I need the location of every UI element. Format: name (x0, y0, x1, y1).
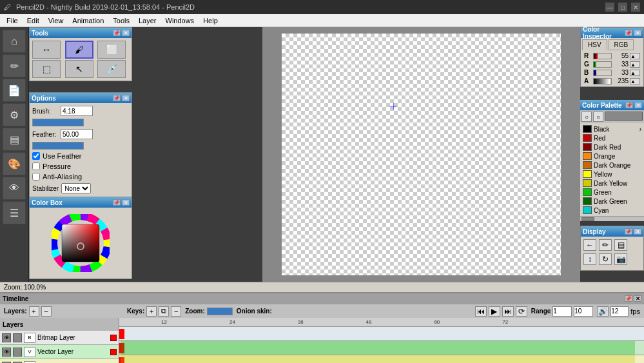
layer-eye-vector[interactable]: 👁 (2, 348, 11, 357)
display-rotate-btn[interactable]: ↻ (599, 253, 612, 265)
track-row-bitmap[interactable] (119, 327, 644, 341)
menu-item-windows[interactable]: Windows (162, 15, 199, 26)
restore-button[interactable]: □ (618, 3, 627, 12)
track-row-vector[interactable] (119, 341, 644, 355)
brush-input[interactable] (61, 106, 93, 116)
tl-add-layer-btn[interactable]: + (29, 306, 39, 317)
options-pin-btn[interactable]: 📌 (113, 95, 121, 101)
menu-item-tools[interactable]: Tools (109, 15, 133, 26)
layer-row-vector[interactable]: 👁 V Vector Layer (0, 345, 119, 359)
options-close-btn[interactable]: ✕ (122, 95, 130, 101)
tl-zoom-slider[interactable] (207, 308, 233, 315)
pressure-check[interactable] (32, 162, 40, 170)
display-arrow-btn[interactable]: ← (583, 239, 596, 251)
sidebar-view[interactable]: 👁 (3, 177, 26, 200)
feather-input[interactable] (61, 129, 93, 139)
tab-hsv[interactable]: HSV (582, 39, 607, 50)
color-palette-pin[interactable]: 📌 (625, 102, 633, 108)
tl-play-btn[interactable]: ▶ (489, 306, 500, 317)
color-palette-close[interactable]: ✕ (634, 102, 642, 108)
tab-rgb[interactable]: RGB (609, 39, 634, 50)
tl-prev-btn[interactable]: ⏮ (475, 306, 487, 317)
menu-item-view[interactable]: View (44, 15, 68, 26)
tool-select[interactable]: ⬚ (32, 60, 61, 78)
display-pencil-btn[interactable]: ✏ (599, 239, 612, 251)
display-layers-btn[interactable]: ▤ (614, 239, 627, 251)
sidebar-extra[interactable]: ☰ (3, 201, 26, 224)
tl-remove-layer-btn[interactable]: − (41, 306, 52, 317)
anti-aliasing-check[interactable] (32, 173, 40, 181)
track-row-camera[interactable] (119, 355, 644, 363)
layer-lock-vector[interactable] (13, 348, 22, 357)
list-item[interactable]: Dark Red (581, 142, 643, 152)
layer-lock-bitmap[interactable] (13, 333, 22, 342)
ci-g-spin[interactable]: ▲ (630, 61, 640, 68)
tl-next-btn[interactable]: ⏭ (502, 306, 514, 317)
palette-remove-btn[interactable]: ○ (593, 112, 603, 122)
tool-move[interactable]: ↔ (32, 41, 61, 59)
menu-item-file[interactable]: File (3, 15, 22, 26)
color-inspector-pin[interactable]: 📌 (625, 30, 632, 36)
tools-close-btn[interactable]: ✕ (122, 30, 130, 36)
tl-range-start[interactable] (552, 306, 572, 317)
feather-slider[interactable] (32, 142, 84, 150)
colorbox-pin-btn[interactable]: 📌 (113, 199, 121, 206)
tl-range-end[interactable] (574, 306, 593, 317)
canvas-wrapper[interactable] (282, 34, 561, 275)
sidebar-settings[interactable]: ⚙ (3, 103, 26, 126)
layer-eye-bitmap[interactable]: 👁 (2, 333, 11, 342)
ci-a-bar[interactable] (593, 78, 612, 84)
list-item[interactable]: Dark Green (581, 197, 643, 206)
tool-transform[interactable]: ↖ (65, 60, 93, 78)
menu-item-edit[interactable]: Edit (23, 15, 43, 26)
timeline-close-btn[interactable]: ✕ (634, 295, 641, 302)
sidebar-pencil[interactable]: ✏ (3, 54, 26, 77)
display-camera-btn[interactable]: 📷 (614, 253, 627, 265)
list-item[interactable]: Yellow (581, 170, 643, 179)
tool-eyedropper[interactable]: 💉 (97, 60, 126, 78)
sidebar-color[interactable]: 🎨 (3, 152, 26, 175)
list-item[interactable]: Dark Orange (581, 161, 643, 170)
minimize-button[interactable]: — (605, 3, 614, 12)
use-feather-check[interactable] (32, 152, 40, 160)
ci-b-bar[interactable] (593, 70, 612, 76)
menu-item-layer[interactable]: Layer (135, 15, 161, 26)
ci-b-spin[interactable]: ▲ (630, 70, 640, 76)
list-item[interactable]: Green (581, 188, 643, 197)
ci-a-spin[interactable]: ▲ (630, 78, 640, 84)
list-item[interactable]: Orange (581, 152, 643, 161)
display-move-btn[interactable]: ↕ (583, 253, 596, 265)
list-item[interactable]: Cyan (581, 206, 643, 215)
sidebar-layers[interactable]: ▤ (3, 128, 26, 151)
menu-item-help[interactable]: Help (199, 15, 222, 26)
tl-fps-input[interactable] (610, 306, 629, 317)
stabilizer-select[interactable]: None (61, 183, 91, 193)
timeline-pin-btn[interactable]: 📌 (625, 295, 632, 302)
ci-r-spin[interactable]: ▲ (630, 53, 640, 59)
color-wheel[interactable] (52, 214, 110, 272)
palette-scrollbar[interactable] (580, 216, 644, 221)
layer-row-camera[interactable]: 👁 C Camera Layer (0, 359, 119, 363)
close-button[interactable]: ✕ (631, 3, 640, 12)
display-pin[interactable]: 📌 (625, 228, 632, 235)
display-close[interactable]: ✕ (634, 228, 641, 235)
list-item[interactable]: Dark Yellow (581, 179, 643, 188)
tool-brush[interactable]: 🖌 (65, 41, 93, 59)
color-inspector-close[interactable]: ✕ (634, 30, 641, 36)
tl-remove-key-btn[interactable]: − (171, 306, 181, 317)
palette-add-btn[interactable]: ○ (581, 112, 592, 122)
layer-row-bitmap[interactable]: 👁 B Bitmap Layer (0, 331, 119, 345)
colorbox-close-btn[interactable]: ✕ (122, 199, 130, 206)
tl-loop-btn[interactable]: ⟳ (516, 306, 527, 317)
tl-volume-btn[interactable]: 🔊 (597, 306, 609, 317)
sidebar-home[interactable]: ⌂ (3, 30, 26, 53)
sidebar-file[interactable]: 📄 (3, 79, 26, 102)
tools-pin-btn[interactable]: 📌 (113, 30, 121, 36)
menu-item-animation[interactable]: Animation (68, 15, 108, 26)
ci-r-bar[interactable] (593, 53, 612, 59)
list-item[interactable]: Red (581, 133, 643, 142)
tool-eraser[interactable]: ⬜ (97, 41, 126, 59)
list-item[interactable]: Black › (581, 124, 643, 133)
ci-g-bar[interactable] (593, 61, 612, 68)
tl-add-key-btn[interactable]: + (146, 306, 157, 317)
